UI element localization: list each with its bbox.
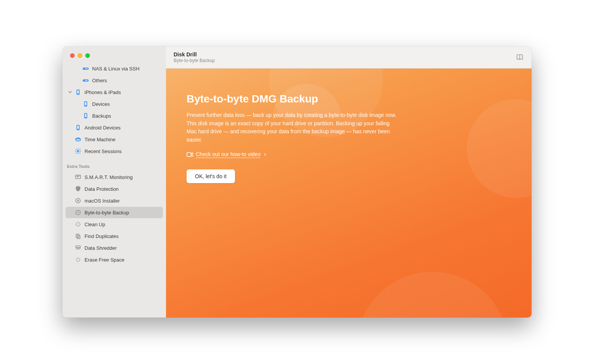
shield-icon	[75, 185, 81, 192]
video-link-label: Check out our how-to video	[196, 151, 260, 158]
sidebar-item-label: Recent Sessions	[85, 148, 122, 154]
sidebar-item-devices[interactable]: Devices	[65, 98, 163, 110]
sidebar-item-label: Clean Up	[85, 222, 105, 227]
shredder-icon	[75, 244, 81, 251]
sidebar-item-label: Backups	[92, 113, 111, 119]
gear-icon	[75, 148, 81, 155]
sidebar-item-others[interactable]: Others	[65, 75, 163, 86]
history-icon	[75, 209, 81, 216]
duplicate-icon	[75, 233, 81, 239]
svg-point-7	[86, 105, 86, 106]
close-window-button[interactable]	[70, 53, 75, 58]
phone-icon	[82, 112, 89, 119]
phone-icon	[82, 101, 89, 107]
svg-point-13	[77, 150, 79, 152]
sidebar-item-time-machine[interactable]: Time Machine	[65, 134, 163, 145]
minimize-window-button[interactable]	[78, 53, 82, 58]
extra-byte-to-byte-backup[interactable]: Byte-to-byte Backup	[65, 207, 163, 218]
svg-point-5	[78, 94, 78, 94]
titlebar: Disk Drill Byte-to-byte Backup	[166, 46, 532, 69]
svg-point-1	[84, 69, 85, 69]
time-machine-icon	[75, 136, 81, 143]
svg-point-12	[76, 139, 80, 141]
extra-clean-up[interactable]: Clean Up	[65, 219, 163, 230]
svg-point-11	[78, 129, 78, 129]
extra-find-duplicates[interactable]: Find Duplicates	[65, 230, 163, 242]
sidebar-item-label: Find Duplicates	[85, 233, 119, 239]
sidebar-item-label: Android Devices	[85, 125, 121, 131]
page-subtitle: Byte-to-byte Backup	[174, 58, 215, 63]
window-controls	[62, 46, 166, 58]
sidebar-item-nas-linux-ssh[interactable]: NAS & Linux via SSH	[65, 63, 163, 74]
sidebar-item-label: Data Shredder	[85, 245, 117, 251]
sidebar-item-label: Time Machine	[85, 137, 115, 142]
fullscreen-window-button[interactable]	[85, 53, 90, 58]
sidebar-item-android[interactable]: Android Devices	[65, 122, 163, 133]
sidebar-item-label: Erase Free Space	[85, 257, 125, 263]
sidebar-section-title: Extra Tools	[62, 157, 166, 171]
svg-point-3	[84, 80, 85, 81]
help-book-icon[interactable]	[516, 53, 524, 62]
extra-macos-installer[interactable]: macOS Installer	[65, 195, 163, 206]
svg-point-9	[86, 117, 86, 118]
svg-rect-19	[76, 246, 80, 248]
circle-x-icon	[75, 197, 81, 204]
sidebar-item-iphones-ipads[interactable]: iPhones & iPads	[65, 86, 163, 98]
app-title: Disk Drill	[174, 51, 215, 57]
extra-data-protection[interactable]: Data Protection	[65, 183, 163, 195]
chevron-right-icon	[263, 153, 267, 156]
sidebar-item-backups[interactable]: Backups	[65, 110, 163, 121]
monitor-icon	[75, 174, 81, 180]
sidebar-item-label: iPhones & iPads	[85, 89, 121, 95]
extra-erase-free-space[interactable]: Erase Free Space	[65, 254, 163, 265]
svg-rect-20	[187, 153, 191, 157]
sidebar-item-label: Data Protection	[85, 186, 119, 192]
phone-icon	[75, 124, 81, 131]
ok-lets-do-it-button[interactable]: OK, let's do it	[187, 169, 235, 183]
video-camera-icon	[187, 152, 193, 157]
sidebar-item-label: macOS Installer	[85, 198, 120, 204]
phone-icon	[75, 89, 81, 96]
sidebar: NAS & Linux via SSH Others iPhones & iPa…	[62, 46, 166, 318]
sidebar-item-recent-sessions[interactable]: Recent Sessions	[65, 145, 163, 157]
sidebar-item-label: NAS & Linux via SSH	[92, 66, 139, 72]
drive-icon	[82, 77, 89, 84]
sidebar-item-label: Devices	[92, 101, 110, 107]
hero-heading: Byte-to-byte DMG Backup	[187, 93, 400, 105]
chevron-down-icon	[68, 90, 72, 94]
sidebar-list: NAS & Linux via SSH Others iPhones & iPa…	[62, 58, 166, 318]
sidebar-item-label: Others	[92, 78, 107, 83]
extra-smart-monitoring[interactable]: S.M.A.R.T. Monitoring	[65, 171, 163, 183]
sidebar-item-label: Byte-to-byte Backup	[85, 210, 129, 216]
how-to-video-link[interactable]: Check out our how-to video	[187, 151, 267, 158]
sparkle-icon	[75, 221, 81, 228]
content-hero: Byte-to-byte DMG Backup Prevent further …	[166, 69, 532, 318]
extra-data-shredder[interactable]: Data Shredder	[65, 242, 163, 254]
sidebar-item-label: S.M.A.R.T. Monitoring	[85, 174, 133, 180]
burst-icon	[75, 256, 81, 263]
main-panel: Disk Drill Byte-to-byte Backup Byte-to-b…	[166, 46, 532, 318]
app-window: NAS & Linux via SSH Others iPhones & iPa…	[62, 46, 532, 318]
hero-body: Prevent further data loss — back up your…	[187, 111, 400, 144]
drive-icon	[82, 65, 89, 72]
